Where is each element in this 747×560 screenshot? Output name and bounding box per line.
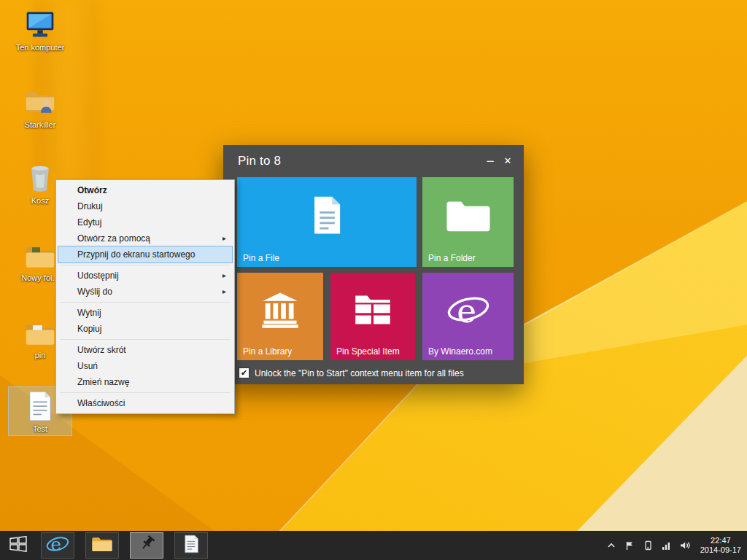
menu-item-label: Edytuj (77, 217, 101, 228)
tile-pin-a-file[interactable]: Pin a File (237, 177, 417, 267)
pin-to-8-window: Pin to 8 ─ ✕ Pin a Fi (223, 145, 524, 384)
context-menu-item-properties[interactable]: Właściwości (58, 395, 232, 411)
tile-label: Pin a File (243, 253, 279, 263)
context-menu-item-cut[interactable]: Wytnij (58, 305, 232, 321)
tile-label: By Winaero.com (428, 346, 492, 357)
desktop-icon-label: Ten komputer (15, 43, 66, 52)
tile-by-winaero[interactable]: e By Winaero.com (422, 273, 514, 360)
tile-pin-special-item[interactable]: Pin Special Item (330, 273, 415, 360)
desktop-icon-label: Nowy fol... (20, 273, 60, 283)
taskbar-notepad-button[interactable] (174, 532, 208, 559)
menu-item-label: Otwórz (77, 185, 107, 195)
desktop-icon-label: Kosz (30, 196, 50, 206)
menu-item-label: Utwórz skrót (77, 345, 126, 355)
context-menu: Otwórz Drukuj Edytuj Otwórz za pomocą▸ P… (55, 179, 235, 414)
submenu-arrow-icon: ▸ (222, 230, 226, 246)
folder-icon (445, 196, 492, 237)
menu-item-label: Usuń (77, 361, 98, 371)
desktop-icon-label: pin (34, 351, 47, 360)
device-icon[interactable] (643, 540, 653, 551)
screen: Ten komputer Starkiller Kosz (0, 0, 747, 560)
menu-separator (60, 265, 231, 265)
context-menu-item-delete[interactable]: Usuń (58, 358, 232, 374)
volume-icon[interactable] (679, 540, 690, 551)
menu-item-label: Zmień nazwę (77, 377, 129, 387)
taskbar-apps: e (41, 531, 208, 560)
desktop-icon-label: Test (31, 424, 49, 434)
ie-e-icon: e (446, 291, 491, 332)
taskbar-clock[interactable]: 22:47 2014-09-17 (698, 536, 741, 555)
submenu-arrow-icon: ▸ (222, 268, 226, 284)
folder-icon (24, 315, 56, 349)
desktop-icon-starkiller[interactable]: Starkiller (9, 83, 71, 131)
folder-icon (24, 238, 56, 271)
menu-separator (60, 339, 231, 340)
tile-pin-a-library[interactable]: Pin a Library (237, 273, 323, 360)
context-menu-item-open[interactable]: Otwórz (58, 182, 232, 198)
tray-expand-chevron-icon[interactable] (606, 540, 616, 551)
menu-item-label: Otwórz za pomocą (77, 233, 150, 244)
menu-item-label: Udostępnij (77, 271, 119, 281)
network-icon[interactable] (661, 540, 671, 551)
window-title: Pin to 8 (238, 154, 481, 168)
context-menu-item-share[interactable]: Udostępnij▸ (58, 268, 232, 284)
clock-date: 2014-09-17 (700, 545, 741, 555)
context-menu-item-rename[interactable]: Zmień nazwę (58, 374, 232, 390)
context-menu-item-open-with[interactable]: Otwórz za pomocą▸ (58, 230, 232, 246)
window-titlebar[interactable]: Pin to 8 ─ ✕ (223, 145, 524, 177)
taskbar: e (0, 531, 747, 560)
menu-item-label: Kopiuj (77, 324, 101, 334)
recycle-bin-icon (26, 160, 55, 194)
menu-item-label: Drukuj (77, 201, 103, 211)
context-menu-item-copy[interactable]: Kopiuj (58, 321, 232, 337)
text-file-icon (26, 389, 54, 422)
tile-label: Pin a Folder (428, 253, 476, 263)
start-button[interactable] (0, 531, 36, 560)
context-menu-item-print[interactable]: Drukuj (58, 198, 232, 214)
special-folder-icon (353, 292, 392, 330)
file-explorer-icon (91, 535, 113, 556)
context-menu-item-send-to[interactable]: Wyślij do▸ (58, 284, 232, 300)
tile-row: Pin a Library Pin Special Item (237, 273, 514, 360)
windows-logo-icon (9, 534, 28, 556)
system-tray: 22:47 2014-09-17 (606, 531, 747, 560)
context-menu-item-create-shortcut[interactable]: Utwórz skrót (58, 342, 232, 358)
submenu-arrow-icon: ▸ (222, 284, 226, 300)
check-icon: ✔ (241, 369, 247, 377)
unlock-checkbox-row[interactable]: ✔ Unlock the "Pin to Start" context menu… (223, 366, 524, 378)
menu-separator (60, 392, 231, 393)
unlock-checkbox[interactable]: ✔ (239, 368, 249, 378)
document-icon (306, 194, 348, 239)
tile-row: Pin a File Pin a Folder (237, 177, 514, 267)
computer-icon (24, 7, 56, 41)
menu-item-label: Wyślij do (77, 287, 112, 297)
menu-item-label: Przypnij do ekranu startowego (77, 249, 195, 260)
tile-pin-a-folder[interactable]: Pin a Folder (422, 177, 514, 267)
taskbar-pin-tool-button[interactable] (130, 532, 163, 559)
internet-explorer-icon: e (46, 534, 69, 557)
clock-time: 22:47 (700, 536, 741, 545)
tile-label: Pin a Library (243, 346, 292, 357)
context-menu-item-edit[interactable]: Edytuj (58, 214, 232, 230)
minimize-button[interactable]: ─ (481, 154, 499, 168)
tile-label: Pin Special Item (336, 346, 400, 357)
action-center-flag-icon[interactable] (624, 540, 635, 551)
taskbar-internet-explorer-button[interactable]: e (41, 532, 74, 559)
user-folder-icon (24, 85, 56, 118)
desktop-icon-computer[interactable]: Ten komputer (9, 6, 71, 54)
pushpin-icon (137, 534, 156, 556)
unlock-checkbox-label: Unlock the "Pin to Start" context menu i… (255, 368, 464, 378)
menu-item-label: Wytnij (77, 308, 101, 318)
notepad-icon (183, 534, 199, 556)
library-icon (260, 290, 300, 332)
taskbar-file-explorer-button[interactable] (85, 532, 119, 559)
close-button[interactable]: ✕ (499, 154, 516, 168)
tile-grid: Pin a File Pin a Folder (223, 177, 524, 360)
context-menu-item-pin-to-start-screen[interactable]: Przypnij do ekranu startowego (58, 246, 232, 262)
menu-separator (60, 302, 231, 303)
menu-item-label: Właściwości (77, 398, 125, 408)
desktop-icon-label: Starkiller (23, 120, 58, 130)
